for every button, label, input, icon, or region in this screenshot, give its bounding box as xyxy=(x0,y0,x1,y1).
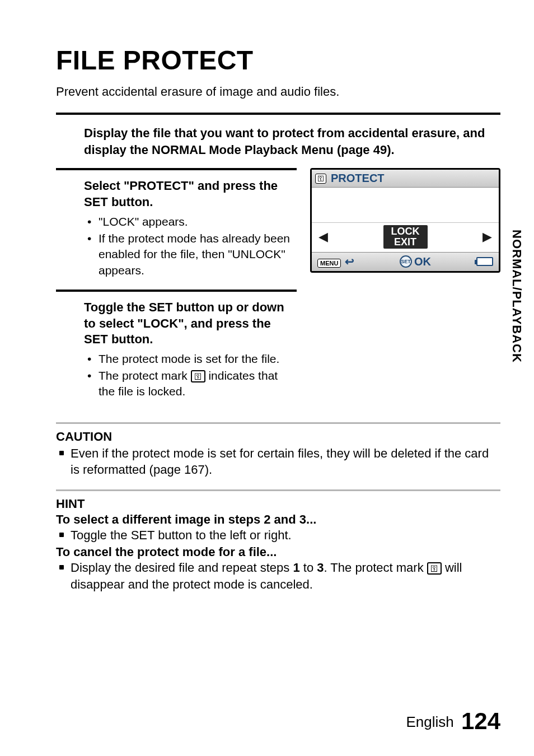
osd-title: PROTECT xyxy=(331,172,385,185)
right-arrow-icon: ▶ xyxy=(483,230,492,244)
divider xyxy=(56,113,500,115)
hint-heading: HINT xyxy=(56,497,500,511)
hint-sub-1-bullet: Toggle the SET button to the left or rig… xyxy=(56,527,500,544)
step-2-bullet-2: If the protect mode has already been ena… xyxy=(84,231,297,278)
left-arrow-icon: ◀ xyxy=(318,230,328,244)
step-2-head: Select "PROTECT" and press the SET butto… xyxy=(84,178,297,210)
step-3-bullet-2: The protect mark ⚿ indicates that the fi… xyxy=(84,368,297,400)
intro-text: Prevent accidental erasure of image and … xyxy=(56,85,500,99)
divider xyxy=(56,168,297,170)
page-number: 124 xyxy=(461,708,500,734)
page-footer: English 124 xyxy=(406,708,500,735)
divider xyxy=(56,489,500,491)
step-3-bullet-1: The protect mode is set for the file. xyxy=(84,351,297,367)
step-2-bullet-1: "LOCK" appears. xyxy=(84,214,297,230)
divider xyxy=(56,290,297,292)
page-title: FILE PROTECT xyxy=(56,45,500,76)
step-1-text: Display the file that you want to protec… xyxy=(84,125,500,158)
caution-heading: CAUTION xyxy=(56,430,500,444)
side-tab: NORMAL/PLAYBACK xyxy=(509,230,524,363)
osd-ok: OK xyxy=(414,255,431,268)
caution-bullet-1: Even if the protect mode is set for cert… xyxy=(56,445,500,478)
return-icon: ↩ xyxy=(345,255,354,268)
osd-lock-exit: LOCKEXIT xyxy=(383,225,428,249)
protect-mark-icon: ⚿ xyxy=(191,370,205,382)
hint-sub-1: To select a different image in steps 2 a… xyxy=(56,512,500,527)
battery-icon xyxy=(476,257,493,266)
divider xyxy=(56,422,500,424)
key-icon: ⚿ xyxy=(315,174,326,184)
hint-sub-2-bullet: Display the desired file and repeat step… xyxy=(56,559,500,592)
protect-mark-icon: ⚿ xyxy=(427,562,442,575)
step-3-head: Toggle the SET button up or down to sele… xyxy=(84,300,297,348)
menu-icon: MENU xyxy=(317,259,341,268)
hint-sub-2: To cancel the protect mode for a file... xyxy=(56,545,500,559)
camera-osd-figure: ⚿ PROTECT ◀ LOCKEXIT ▶ MENU ↩ SET OK xyxy=(310,168,500,273)
set-icon: SET xyxy=(400,255,412,268)
footer-language: English xyxy=(406,713,453,730)
